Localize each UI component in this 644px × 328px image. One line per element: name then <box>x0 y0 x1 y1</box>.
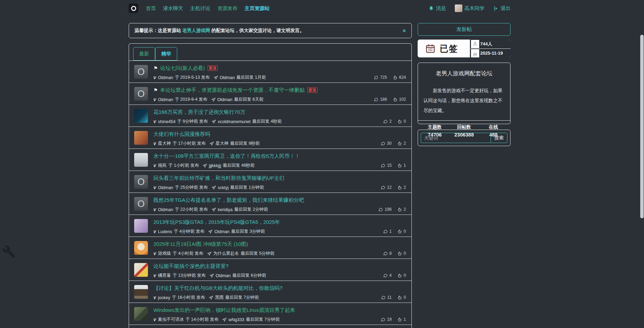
thread-counts: 8 0 <box>383 251 406 256</box>
wrench-icon[interactable] <box>2 245 16 259</box>
thread-title-link[interactable]: 水十分~~108平方三室两厅两卫，送你了！再给你5万人民币！！ <box>153 153 300 160</box>
thread-avatar[interactable]: O <box>134 65 148 79</box>
thread-avatar[interactable] <box>134 263 148 277</box>
send-icon <box>203 163 207 168</box>
thread-avatar[interactable]: O <box>134 87 148 101</box>
like-count: 102 <box>399 97 406 102</box>
comment-icon <box>381 163 385 168</box>
thread-counts: 12 2 <box>381 185 406 190</box>
thread-title-link[interactable]: Windows发出的一声巨响，顿时让我感觉Linux眉清目秀了起来 <box>153 307 295 314</box>
username: 高木同学 <box>464 5 484 12</box>
rank-badge-icon: V <box>153 98 156 102</box>
rank-badge-icon: V <box>153 76 156 80</box>
thread-avatar[interactable]: O <box>134 197 148 211</box>
poster-link[interactable]: 星大神 <box>158 141 171 146</box>
replier-link[interactable]: scktyj <box>218 185 228 190</box>
navbar: 首页灌水聊天主机讨论资源发布主页资源站 消息 高木同学 退出 <box>0 0 644 17</box>
logout-link[interactable]: 退出 <box>493 5 511 12</box>
poster-link[interactable]: 南苑 <box>158 163 167 168</box>
like-count: 2 <box>404 185 406 190</box>
nav-link-0[interactable]: 首页 <box>146 5 156 12</box>
nav-link-2[interactable]: 主机讨论 <box>190 5 210 12</box>
reply-info: 最后回复 1分钟前 <box>230 185 264 190</box>
user-link[interactable]: 高木同学 <box>455 4 484 12</box>
replier-link[interactable]: 黑雨 <box>215 295 224 300</box>
rank-badge-icon: V <box>153 252 156 256</box>
thread-title-link[interactable]: 回头看三年前比特币矿难，和当时那些鬼哭狼嚎的UP主们 <box>153 175 285 182</box>
thread-avatar[interactable] <box>134 109 148 123</box>
poster-link[interactable]: 游戏猿 <box>158 251 171 256</box>
flag-icon: ⚑ <box>153 88 158 92</box>
thread-title-link[interactable]: 论坛七问(新人必看) <box>160 65 205 72</box>
like-icon <box>393 75 397 80</box>
like-count: 624 <box>399 75 406 80</box>
poster-link[interactable]: Oldman <box>158 207 173 212</box>
send-icon <box>212 207 216 212</box>
rank-badge-icon: V <box>153 318 156 322</box>
send-icon <box>211 97 216 102</box>
sign-date: 2025-11-19 <box>480 51 503 56</box>
replier-link[interactable]: Oldman <box>214 229 229 234</box>
poster-link[interactable]: Oldman <box>158 97 173 102</box>
thread-title-link[interactable]: 大佬们有什么国漫推荐吗 <box>153 131 210 138</box>
replier-link[interactable]: Oldman <box>216 273 231 278</box>
nav-link-4[interactable]: 主页资源站 <box>245 5 270 12</box>
replier-link[interactable]: wNg333 <box>228 317 244 322</box>
thread-avatar[interactable] <box>134 285 148 299</box>
thread-avatar[interactable]: O <box>134 175 148 189</box>
thread-title-line: ⚑ 本论坛禁止伸手，求资源前必须先发一个资源，不遵守一律删贴 置顶 <box>153 87 374 94</box>
thread-title-link[interactable]: 【讨论】关于红白机与GB大砖头的机能对比，你敢信吗? <box>153 285 282 292</box>
poster-link[interactable]: 夏虫不可语冰 <box>158 317 184 322</box>
search-input[interactable] <box>421 133 491 143</box>
like-icon <box>397 207 402 212</box>
nav-link-1[interactable]: 灌水聊天 <box>163 5 183 12</box>
thread-title-link[interactable]: 既然25年TGA公布提名名单了，那老规矩，我们来猜结果赚积分吧 <box>153 197 304 204</box>
scrollbar-thumb[interactable] <box>640 35 644 218</box>
replier-link[interactable]: Oldman <box>220 75 235 80</box>
replier-link[interactable]: 星大神 <box>216 141 229 146</box>
replier-link[interactable]: jjjkkkjjj <box>209 163 221 168</box>
notice-site-link[interactable]: 老男人游戏网 <box>182 28 210 33</box>
comment-icon <box>381 185 385 190</box>
replier-link[interactable]: 为什么要起名 <box>213 251 239 256</box>
rank-badge-icon: V <box>153 230 156 234</box>
comment-count: 2 <box>389 119 392 124</box>
search-button[interactable]: 搜索 <box>491 133 507 143</box>
poster-link[interactable]: shine454 <box>158 119 175 124</box>
reply-info: 最后回复 2分钟前 <box>234 207 268 212</box>
poster-link[interactable]: Oldman <box>158 185 173 190</box>
site-logo[interactable] <box>129 3 138 13</box>
thread-avatar[interactable] <box>134 219 148 233</box>
thread-title-link[interactable]: 2013年玩PS3版GTA5，2015年玩PS4版GTA5，2025年 <box>153 219 280 226</box>
sign-in-card[interactable]: 已签 744人 2025-11-19 <box>418 40 511 57</box>
nav-link-3[interactable]: 资源发布 <box>217 5 237 12</box>
thread-avatar[interactable] <box>134 131 148 145</box>
new-post-button[interactable]: 发新帖 <box>418 23 511 36</box>
poster-link[interactable]: 橘霓暴 <box>158 273 171 278</box>
messages-link[interactable]: 消息 <box>429 5 446 12</box>
forum-description: 新发售的游戏不一定更好玩，如果认同这句话，那您将在这里发现数之不尽的宝藏。 <box>423 86 505 116</box>
replier-link[interactable]: keridiya <box>218 207 233 212</box>
replier-link[interactable]: xcoldmanemunet <box>218 119 250 124</box>
thread-avatar[interactable] <box>134 307 148 321</box>
thread-meta: V 游戏猿 于 4小时前 发布 为什么要起名 最后回复 5分钟前 <box>153 251 383 256</box>
like-icon <box>397 119 402 124</box>
poster-link[interactable]: Ludens <box>158 229 172 234</box>
poster-link[interactable]: Oldman <box>158 75 173 80</box>
thread-title-link[interactable]: 2025年11月19日AI图 冲8级第75天 (10图) <box>153 241 248 248</box>
notice-close-icon[interactable]: × <box>402 28 406 34</box>
thread-main: ⚑ 论坛七问(新人必看) 置顶 V Oldman 于 2019-5-13 发布 … <box>153 65 374 80</box>
tab-latest[interactable]: 最新 <box>133 47 155 61</box>
thread-title-line: ⚑ 花166万买房，房子没了还倒欠银行70万 <box>153 109 383 116</box>
thread-title-link[interactable]: 本论坛禁止伸手，求资源前必须先发一个资源，不遵守一律删贴 <box>160 87 305 94</box>
thread-avatar[interactable] <box>134 153 148 167</box>
replier-link[interactable]: Oldman <box>217 97 233 102</box>
avatar-letter: O <box>137 67 144 77</box>
thread-title-link[interactable]: 花166万买房，房子没了还倒欠银行70万 <box>153 109 245 116</box>
thread-main: ⚑ 花166万买房，房子没了还倒欠银行70万 V shine454 于 9分钟前… <box>153 109 383 124</box>
poster-link[interactable]: jockey <box>158 295 170 300</box>
thread-title-link[interactable]: 论坛能不能搞个深色的主题背景? <box>153 263 228 270</box>
sign-divider <box>465 48 511 49</box>
tab-featured[interactable]: 精华 <box>155 47 177 61</box>
thread-avatar[interactable] <box>134 241 148 255</box>
